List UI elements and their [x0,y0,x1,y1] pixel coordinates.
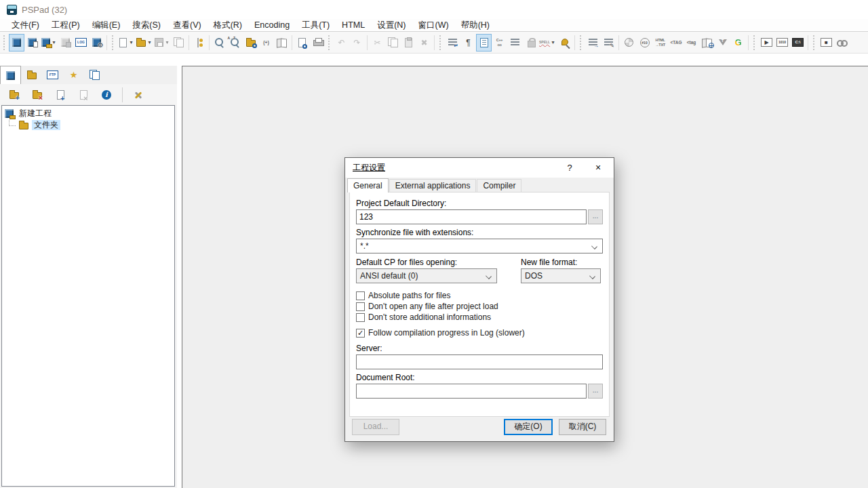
menu-tools[interactable]: 工具(T) [296,19,336,32]
tree-folder-row[interactable]: 文件夹 [2,119,174,131]
menu-encoding[interactable]: Encoding [248,19,296,32]
tree-root-row[interactable]: 新建工程 [2,108,174,119]
folder-icon [27,73,37,79]
todo-list-button[interactable] [507,34,523,52]
dictionary-button[interactable] [274,34,290,52]
numlines-icon [480,38,488,47]
project-remove-folder-button[interactable]: × [28,86,46,104]
checkbox-follow-compilation[interactable]: ✓ [356,329,365,338]
indent-block-button[interactable]: → [585,34,601,52]
lock-icon [528,38,534,47]
new-file-format-combo[interactable]: DOS [521,268,601,283]
menu-settings[interactable]: 设置(N) [371,19,412,32]
strip-tags-button[interactable]: <TAG [668,34,684,52]
menu-format[interactable]: 格式(R) [208,19,248,32]
char-table-button[interactable] [621,34,637,52]
code-explorer-button[interactable] [191,34,207,52]
menu-view[interactable]: 查看(V) [167,19,208,32]
project-tools-button[interactable] [130,86,147,104]
html-entities-button[interactable]: #10 [637,34,652,52]
cancel-button[interactable]: 取消(C) [559,419,606,435]
server-input[interactable] [356,354,603,369]
tree-root-label[interactable]: 新建工程 [17,108,54,119]
new-project-button[interactable] [24,34,40,52]
word-wrap-button[interactable]: ↵ [445,34,460,52]
side-tab-favorites[interactable]: ★ [63,66,84,84]
show-formatting-button[interactable]: ¶ [460,34,476,52]
open-project-button[interactable]: ▾ [40,34,58,52]
dialog-tab-compiler[interactable]: Compiler [477,179,521,192]
project-log-button[interactable]: LOG [73,34,89,52]
dialog-close-button[interactable]: × [583,158,614,178]
reformat-button[interactable]: ✎ [601,34,616,52]
side-tab-ftp[interactable]: FTP [42,66,63,84]
replace-button[interactable]: A→Z [227,34,243,52]
dialog-buttons: Load... 确定(O) 取消(C) [352,419,606,435]
checkbox-absolute-paths[interactable] [356,291,365,300]
side-tab-window-list[interactable] [84,66,105,84]
html-to-text-button[interactable]: HTML →TXT [652,34,668,52]
default-cp-combo[interactable]: ANSI default (0) [356,268,497,283]
side-tab-project[interactable] [0,66,21,84]
menu-edit[interactable]: 编辑(E) [86,19,127,32]
tree-folder-label[interactable]: 文件夹 [32,120,60,130]
run-script-button[interactable]: ▶ [759,34,774,52]
toolbar-separator [434,35,435,50]
toolbar-separator [808,35,808,50]
project-default-directory-browse-button[interactable]: ... [588,209,603,224]
toggle-project-panel-button[interactable] [9,34,24,52]
find-button[interactable] [212,34,227,52]
project-default-directory-input[interactable] [356,209,587,224]
menu-window[interactable]: 窗口(W) [412,19,455,32]
dialog-tab-external-applications[interactable]: External applications [389,179,477,192]
browser-preview-button[interactable] [699,34,715,52]
menu-html[interactable]: HTML [336,19,371,32]
project-info-button[interactable]: i [98,86,115,104]
menu-file[interactable]: 文件(F) [5,19,45,32]
ok-button[interactable]: 确定(O) [504,419,553,435]
overlay-icon: × [83,96,87,101]
project-add-folder-button[interactable]: + [5,86,23,104]
record-macro-button[interactable]: ■ [818,34,834,52]
cube-blue-icon [12,38,21,47]
lowercase-tags-button[interactable]: <tag [684,34,699,52]
checkbox-row-dont-store-additional: Don't store additional informations [356,312,603,323]
dropdown-caret-icon: ▾ [550,39,556,45]
dialog-titlebar[interactable]: 工程设置 ? × [345,158,614,178]
overlay-icon [252,43,257,48]
document-root-input[interactable] [356,384,587,399]
open-file-button[interactable]: ▾ [135,34,153,52]
line-numbers-button[interactable] [476,34,492,52]
checkbox-dont-store-additional[interactable] [356,313,365,322]
hex-view-button[interactable]: 1010 [774,34,790,52]
side-tab-files[interactable] [21,66,42,84]
checkbox-dont-open-after-load[interactable] [356,302,365,311]
project-add-file-button[interactable]: + [52,86,69,104]
synchronize-extensions-combo[interactable]: *.* [356,239,603,253]
find-in-files-button[interactable] [243,34,258,52]
save-file-button: ▾ [153,34,171,52]
dos-console-button[interactable]: C:\ [790,34,806,52]
menu-search[interactable]: 搜索(S) [126,19,167,32]
document-root-browse-button[interactable]: ... [588,384,603,399]
cube-page-icon [28,38,37,47]
dialog-tab-general[interactable]: General [347,178,389,192]
toolbar-separator [209,35,210,50]
print-preview-button[interactable] [294,34,310,52]
menu-help[interactable]: 帮助(H) [455,19,496,32]
stay-on-top-button[interactable] [557,34,572,52]
project-default-directory-label: Project Default Directory: [356,199,603,208]
overlay-icon: × [39,95,43,100]
code-browser-button[interactable]: C++ oo [492,34,507,52]
validate-html-button[interactable] [715,34,730,52]
project-settings-button[interactable]: ⚙ [89,34,104,52]
goto-bracket-button[interactable]: {+} [258,34,274,52]
new-file-button[interactable]: ▾ [117,34,135,52]
dialog-help-button[interactable]: ? [557,158,583,178]
print-button[interactable] [310,34,326,52]
menu-project[interactable]: 工程(P) [45,19,86,32]
menubar: 文件(F)工程(P)编辑(E)搜索(S)查看(V)格式(R)Encoding工具… [0,19,868,32]
text-preview-button[interactable] [834,34,850,52]
google-search-button[interactable]: G [730,34,746,52]
spell-check-button[interactable]: SPELL▾ [538,34,557,52]
